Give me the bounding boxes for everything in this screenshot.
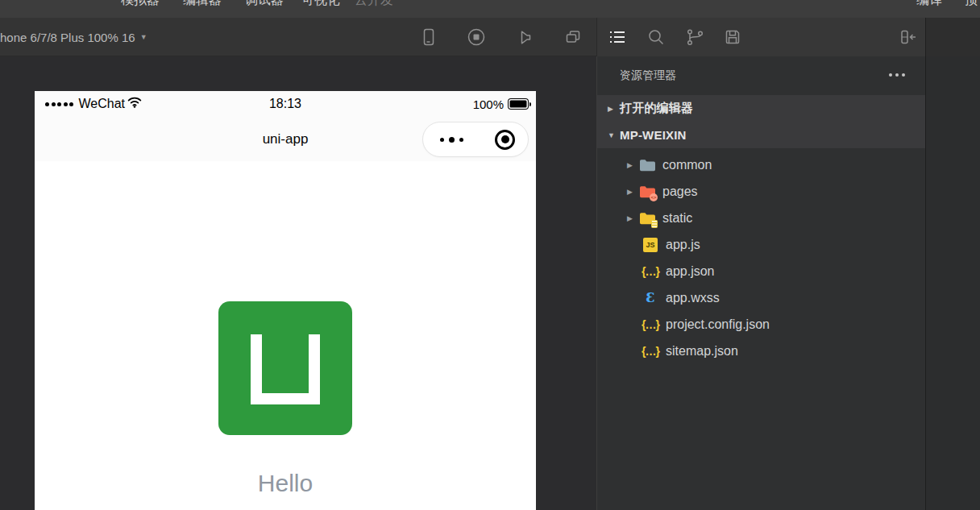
more-options-button[interactable]: [440, 137, 463, 143]
capsule-menu: [422, 122, 529, 157]
chevron-down-icon: ▼: [140, 33, 147, 41]
tree-item-file[interactable]: {…} app.json: [597, 258, 926, 284]
battery-percent: 100%: [473, 97, 504, 111]
chevron-down-icon: ▼: [608, 131, 620, 139]
menu-cloud-dev[interactable]: 云开发: [355, 0, 393, 10]
json-icon: {…}: [642, 317, 659, 333]
chevron-right-icon: ▶: [627, 161, 638, 169]
search-icon[interactable]: [646, 27, 666, 47]
chevron-right-icon: ▶: [627, 188, 638, 196]
section-open-editors[interactable]: ▶ 打开的编辑器: [597, 95, 926, 122]
section-mp-weixin[interactable]: ▼ MP-WEIXIN: [597, 122, 926, 148]
compile-button[interactable]: 编译: [916, 0, 942, 10]
wechat-devtools-window: 模拟器 编辑器 调试器 可视化 云开发 编译 预 hone 6/7/8 Plus…: [0, 0, 980, 510]
sound-icon[interactable]: [515, 27, 534, 47]
menu-visualize[interactable]: 可视化: [301, 0, 340, 10]
phone-icon[interactable]: [418, 27, 438, 47]
save-icon[interactable]: [723, 27, 742, 47]
json-icon: {…}: [642, 263, 659, 280]
menu-debugger[interactable]: 调试器: [245, 0, 284, 10]
tree-item-folder[interactable]: ▶ static: [597, 205, 926, 231]
battery-icon: [509, 99, 528, 109]
editor-area-collapsed: [925, 56, 980, 510]
nav-bar: uni-app: [35, 117, 536, 161]
stop-record-icon[interactable]: [467, 27, 486, 47]
tree-item-file[interactable]: {…} project.config.json: [597, 311, 926, 338]
phone-screen[interactable]: WeChat 18:13 100% uni-app: [35, 91, 536, 510]
chevron-right-icon: ▶: [608, 105, 620, 113]
git-branch-icon[interactable]: [685, 27, 704, 47]
cascade-windows-icon[interactable]: [563, 27, 583, 47]
tree-item-file[interactable]: 3 app.wxss: [597, 284, 926, 311]
explorer-panel: 资源管理器 ▶ 打开的编辑器 ▼ MP-WEIXIN ▶ common: [596, 56, 925, 510]
chevron-right-icon: ▶: [627, 214, 638, 222]
toolbar: hone 6/7/8 Plus 100% 16 ▼: [0, 18, 980, 56]
status-bar: WeChat 18:13 100%: [35, 91, 536, 117]
folder-icon: [638, 157, 656, 173]
tree-item-folder[interactable]: ▶ common: [597, 151, 926, 178]
close-target-button[interactable]: [495, 130, 515, 150]
ellipsis-menu-icon[interactable]: [886, 73, 905, 77]
static-folder-icon: [638, 210, 656, 226]
status-time: 18:13: [35, 97, 536, 111]
device-selector-label: hone 6/7/8 Plus 100% 16: [0, 31, 135, 44]
uni-app-u-glyph: [251, 334, 320, 404]
device-selector[interactable]: hone 6/7/8 Plus 100% 16 ▼: [0, 18, 147, 56]
tree-item-file[interactable]: JS app.js: [597, 231, 926, 258]
simulator-toolbar: hone 6/7/8 Plus 100% 16 ▼: [0, 18, 596, 56]
battery-indicator: 100%: [473, 91, 528, 117]
file-list-icon[interactable]: [608, 27, 627, 47]
javascript-icon: JS: [642, 237, 659, 253]
explorer-title: 资源管理器: [620, 68, 676, 83]
css-icon: 3: [642, 290, 659, 306]
editor-area-top: [925, 18, 980, 56]
menu-bar: 模拟器 编辑器 调试器 可视化 云开发 编译 预: [0, 0, 980, 18]
section-headers: ▶ 打开的编辑器 ▼ MP-WEIXIN: [597, 95, 926, 148]
panel-toolbar: [596, 18, 925, 56]
uni-app-logo: [218, 301, 352, 435]
simulator-area: WeChat 18:13 100% uni-app: [0, 56, 596, 510]
pages-folder-icon: <>: [638, 184, 656, 200]
json-icon: {…}: [642, 343, 659, 359]
greeting-text: Hello: [35, 470, 536, 497]
tree-item-folder[interactable]: ▶ <> pages: [597, 178, 926, 205]
explorer-header: 资源管理器: [597, 56, 926, 95]
tree-item-file[interactable]: {…} sitemap.json: [597, 338, 926, 364]
menu-simulator[interactable]: 模拟器: [121, 0, 160, 10]
preview-button[interactable]: 预: [965, 0, 980, 10]
menu-editor[interactable]: 编辑器: [183, 0, 222, 10]
collapse-sidebar-icon[interactable]: [899, 27, 918, 47]
